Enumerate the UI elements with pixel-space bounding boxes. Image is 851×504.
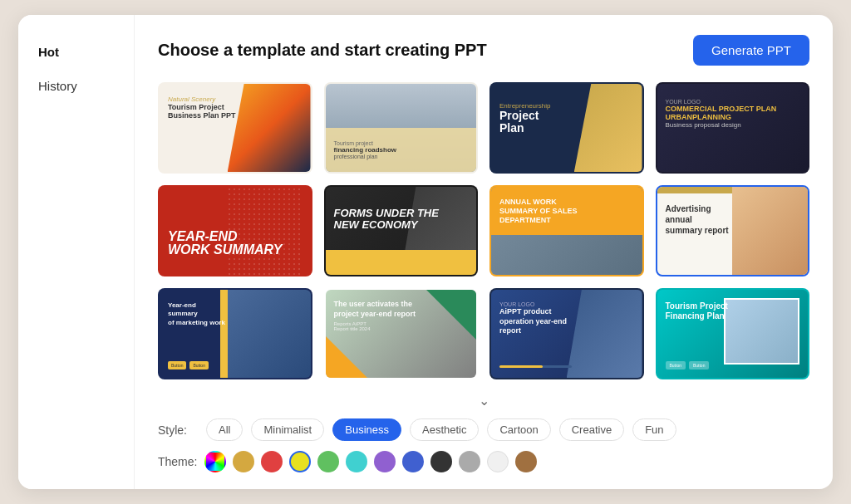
sidebar-item-hot[interactable]: Hot <box>38 42 114 62</box>
card8-title: Advertisingannualsummary report <box>666 203 729 236</box>
card1-subtitle: Natural Scenery <box>168 95 236 103</box>
generate-ppt-button[interactable]: Generate PPT <box>693 35 809 66</box>
card1-image <box>228 84 311 172</box>
card10-triangle-tr <box>426 290 476 340</box>
card12-title: Tourism ProjectFinancing Plan <box>666 301 734 321</box>
style-btn-cartoon[interactable]: Cartoon <box>487 418 550 441</box>
theme-color-rainbow[interactable] <box>204 451 226 472</box>
card1-title2: Business Plan PPT <box>168 111 236 120</box>
template-card-11[interactable]: YOUR LOGO AiPPT productoperation year-en… <box>489 288 644 379</box>
card1-title1: Tourism Project <box>168 103 236 111</box>
theme-color-yellow[interactable] <box>289 451 311 472</box>
card4-title: COMMERCIAL PROJECT PLANURBANPLANNING <box>666 105 777 121</box>
card11-sub: YOUR LOGO <box>499 301 572 307</box>
card5-text: YEAR-ENDWORK SUMMARY <box>168 230 282 257</box>
template-card-3[interactable]: Entrepreneurship ProjectPlan <box>489 82 644 174</box>
card9-title: Year-end summaryof marketing work <box>168 301 225 327</box>
card9-btns: Button Button <box>168 361 209 369</box>
sidebar-item-history[interactable]: History <box>38 76 114 96</box>
theme-color-purple[interactable] <box>374 451 396 472</box>
template-card-12[interactable]: Tourism ProjectFinancing Plan Button But… <box>656 288 810 379</box>
card2-overlay: Tourism project financing roadshow profe… <box>326 128 477 172</box>
card6-title: FORMS UNDER THENEW ECONOMY <box>334 208 439 232</box>
app-container: Hot History Choose a template and start … <box>18 15 833 489</box>
theme-color-cyan[interactable] <box>346 451 367 472</box>
card2-sub: Tourism project <box>334 140 469 146</box>
style-btn-creative[interactable]: Creative <box>559 418 624 441</box>
card3-shape <box>574 84 642 172</box>
card12-btn2: Button <box>689 361 709 369</box>
card11-title: AiPPT productoperation year-endreport <box>499 307 572 336</box>
card4-sub: YOUR LOGO <box>666 99 777 105</box>
page-title: Choose a template and start creating PPT <box>158 41 487 60</box>
style-label: Style: <box>158 423 198 437</box>
card12-img <box>724 298 799 365</box>
card10-text: The user activates theproject year-end r… <box>334 300 417 331</box>
style-btn-all[interactable]: All <box>206 418 243 441</box>
main-content: Choose a template and start creating PPT… <box>135 15 833 489</box>
theme-label: Theme: <box>158 455 198 468</box>
card9-btn2: Button <box>189 361 208 369</box>
theme-color-red[interactable] <box>261 451 283 472</box>
style-filter: Style: All Minimalist Business Aesthetic… <box>158 418 809 441</box>
card8-text: Advertisingannualsummary report <box>666 203 729 236</box>
theme-color-black[interactable] <box>430 451 452 472</box>
theme-color-green[interactable] <box>317 451 339 472</box>
card11-text: YOUR LOGO AiPPT productoperation year-en… <box>499 301 572 336</box>
template-card-10[interactable]: The user activates theproject year-end r… <box>324 288 479 379</box>
card11-progress-bg <box>499 365 572 368</box>
style-btn-aesthetic[interactable]: Aesthetic <box>410 418 479 441</box>
card6-text: FORMS UNDER THENEW ECONOMY <box>334 208 439 232</box>
template-card-5[interactable]: YEAR-ENDWORK SUMMARY <box>158 185 312 276</box>
card12-btn1: Button <box>666 361 686 369</box>
card6-bar <box>326 250 477 275</box>
card10-sub: Reports AiPPTReport title 2024 <box>334 321 417 331</box>
theme-color-brown[interactable] <box>515 451 537 472</box>
sidebar: Hot History <box>18 15 135 489</box>
theme-color-amber[interactable] <box>233 451 254 472</box>
card4-text: YOUR LOGO COMMERCIAL PROJECT PLANURBANPL… <box>666 99 777 129</box>
card3-title: ProjectPlan <box>499 110 550 135</box>
template-card-2[interactable]: Tourism project financing roadshow profe… <box>324 82 479 174</box>
style-btn-minimalist[interactable]: Minimalist <box>251 418 324 441</box>
card10-title: The user activates theproject year-end r… <box>334 300 417 319</box>
theme-row: Theme: <box>158 451 809 472</box>
card9-btn1: Button <box>168 361 186 369</box>
card7-overlay: ANNUAL WORKSUMMARY OF SALESDEPARTMENT <box>491 187 642 235</box>
card2-title: financing roadshow <box>334 146 469 154</box>
chevron-down-icon: ⌄ <box>479 393 489 409</box>
card12-text: Tourism ProjectFinancing Plan <box>666 301 734 321</box>
template-card-1[interactable]: Natural Scenery Tourism Project Business… <box>158 82 312 174</box>
template-card-6[interactable]: FORMS UNDER THENEW ECONOMY <box>324 185 479 276</box>
theme-color-blue[interactable] <box>402 451 424 472</box>
card11-progress-fill <box>499 365 543 368</box>
scroll-indicator: ⌄ <box>158 393 809 409</box>
template-card-7[interactable]: ANNUAL WORKSUMMARY OF SALESDEPARTMENT <box>489 185 644 276</box>
style-btn-business[interactable]: Business <box>332 418 401 441</box>
template-card-8[interactable]: Advertisingannualsummary report <box>656 185 810 276</box>
header: Choose a template and start creating PPT… <box>158 35 809 66</box>
card7-title: ANNUAL WORKSUMMARY OF SALESDEPARTMENT <box>499 198 578 224</box>
template-card-9[interactable]: Year-end summaryof marketing work Button… <box>158 288 312 379</box>
card8-img <box>732 187 808 275</box>
templates-grid: Natural Scenery Tourism Project Business… <box>158 82 809 379</box>
card5-title: YEAR-ENDWORK SUMMARY <box>168 230 282 257</box>
template-card-4[interactable]: YOUR LOGO COMMERCIAL PROJECT PLANURBANPL… <box>656 82 810 174</box>
card2-detail: professional plan <box>334 154 469 159</box>
card9-text: Year-end summaryof marketing work <box>168 301 225 327</box>
theme-color-gray[interactable] <box>459 451 480 472</box>
card12-btns: Button Button <box>666 361 710 369</box>
card4-detail: Business proposal design <box>666 121 777 129</box>
card10-triangle-bl <box>326 336 367 378</box>
theme-color-white[interactable] <box>487 451 509 472</box>
style-btn-fun[interactable]: Fun <box>632 418 676 441</box>
card3-text: Entrepreneurship ProjectPlan <box>499 102 550 135</box>
card9-img <box>228 290 311 378</box>
